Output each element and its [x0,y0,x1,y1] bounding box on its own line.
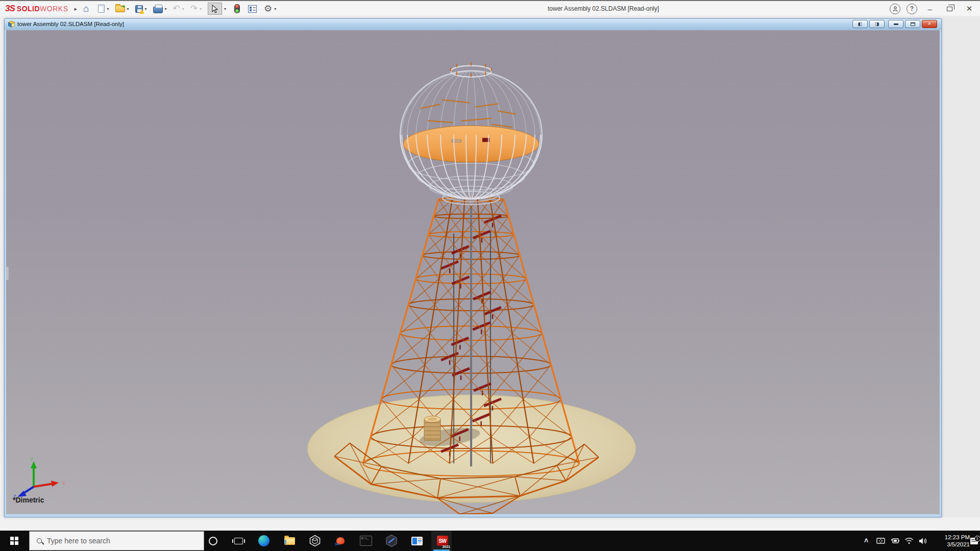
search-icon [37,538,42,543]
open-caret[interactable]: ▾ [127,7,131,11]
chevron-up-icon: ˄ [864,537,868,545]
rebuild-button[interactable] [233,2,241,15]
home-icon: ⌂ [83,4,89,14]
start-button[interactable] [0,531,29,551]
select-cursor-box [208,3,222,15]
edge-button[interactable] [253,531,275,551]
tray-power-button[interactable] [888,531,901,551]
new-document-icon [98,5,105,13]
redo-button[interactable]: ↷ [189,2,199,15]
clock-date: 3/5/2021 [947,541,970,548]
file-explorer-button[interactable] [278,531,301,551]
document-titlebar[interactable]: tower Assembly 02.SLDASM [Read-only] ◧ ◨… [5,19,941,30]
minimize-button[interactable]: – [923,5,937,13]
solidworks-taskbar-button[interactable]: SW 2021 [431,531,454,551]
tray-expand-button[interactable]: ˄ [860,531,873,551]
view-orientation-label: *Dimetric [13,496,44,504]
app-background-right [942,16,980,531]
command-prompt-button[interactable]: C:\_ [355,531,377,551]
cursor-arrow-icon [211,5,218,13]
account-button[interactable] [890,4,900,14]
restore-button[interactable] [947,7,952,11]
3ds-logo-mark: 3S [5,4,15,14]
edge-icon [258,535,270,546]
document-window: tower Assembly 02.SLDASM [Read-only] ◧ ◨… [4,18,942,517]
cast-display-icon [876,537,885,545]
hexagon-app-button[interactable] [380,531,403,551]
3d-viewer-button[interactable] [304,531,326,551]
snipping-tool-icon: ✂ [336,537,345,544]
gear-icon: ⚙ [264,4,272,14]
snipping-tool-button[interactable]: ✂ [329,531,352,551]
new-document-caret[interactable]: ▾ [106,7,110,11]
help-button[interactable]: ? [906,4,917,14]
doc-maximize-button[interactable] [905,20,920,28]
orientation-triad[interactable]: y x z [11,455,67,498]
taskbar-clock[interactable]: 12:23 PM 3/5/2021 [937,531,970,551]
doc-maximize-icon [911,22,915,26]
3d-viewer-icon [309,535,321,547]
file-properties-button[interactable] [247,2,258,15]
select-tool-button[interactable] [206,2,224,15]
solidworks-2021-icon: SW 2021 [436,534,449,547]
options-caret[interactable]: ▾ [274,7,278,11]
save-caret[interactable]: ▾ [144,7,149,11]
titlebar-controls: ? – ✕ [890,1,976,16]
print-icon [153,7,163,13]
close-button[interactable]: ✕ [963,4,976,13]
doc-minimize-button[interactable] [888,20,903,28]
undo-caret[interactable]: ▾ [182,7,186,11]
redo-caret[interactable]: ▾ [199,7,203,11]
save-button[interactable] [134,2,144,15]
quick-access-toolbar: ⌂ ▾ ➜ ▾ ▾ ▾ ↶ ▾ ↷ ▾ ▾ ⚙ ▾ [82,1,278,16]
app-titlebar: 3S SOLIDWORKS ▸ ⌂ ▾ ➜ ▾ ▾ ▾ ↶ ▾ ↷ ▾ ▾ ⚙ … [0,0,980,15]
model-canvas[interactable] [6,30,940,514]
save-warning-icon [139,9,144,14]
file-explorer-icon [284,537,295,545]
undo-icon: ↶ [173,4,180,13]
open-folder-icon: ➜ [115,6,125,12]
cortana-icon [209,537,217,545]
undo-button[interactable]: ↶ [172,2,182,15]
volume-icon [919,537,928,545]
doc-close-button[interactable]: ✕ [922,20,937,28]
home-button[interactable]: ⌂ [82,2,90,15]
tray-volume-button[interactable] [917,531,930,551]
open-button[interactable]: ➜ [114,2,127,15]
select-tool-caret[interactable]: ▾ [224,7,228,11]
clock-time: 12:23 PM [945,534,970,541]
new-document-button[interactable] [96,2,106,15]
taskbar-search[interactable] [29,531,204,550]
notification-badge: 1 [974,536,980,542]
document-title: tower Assembly 02.SLDASM [Read-only] [17,21,124,27]
brand-solid: SOLID [17,5,40,13]
cortana-button[interactable] [202,531,224,551]
featuremanager-splitter-tab[interactable] [6,267,9,280]
windows-logo-icon [10,537,18,545]
open-arrow-icon: ➜ [120,3,125,10]
document-window-controls: ◧ ◨ ✕ [852,20,937,28]
command-prompt-icon: C:\_ [360,536,372,546]
triad-x-label: x [62,480,65,486]
graphics-viewport[interactable]: y x z *Dimetric [6,30,940,514]
window-title: tower Assembly 02.SLDASM [Read-only] [548,5,659,12]
doc-close-icon: ✕ [927,21,932,27]
task-view-button[interactable] [227,531,250,551]
menu-expand-arrow-icon[interactable]: ▸ [74,6,77,12]
options-button[interactable]: ⚙ [262,2,274,15]
task-view-icon [234,538,243,544]
print-caret[interactable]: ▾ [164,7,168,11]
hexagon-app-icon [385,534,398,547]
print-button[interactable] [152,2,164,15]
assembly-document-icon [8,20,15,28]
pane-left-icon: ◧ [858,21,863,27]
windows-taskbar: ✂ C:\_ SW 2021 ˄ [0,531,980,551]
redo-icon: ↷ [190,4,198,13]
tray-wifi-button[interactable] [902,531,916,551]
doc-pane-left-button[interactable]: ◧ [852,20,868,28]
doc-pane-right-button[interactable]: ◨ [869,20,885,28]
media-app-button[interactable] [406,531,428,551]
search-input[interactable] [47,537,190,545]
action-center-button[interactable]: 1 [968,531,980,551]
tray-display-button[interactable] [874,531,887,551]
